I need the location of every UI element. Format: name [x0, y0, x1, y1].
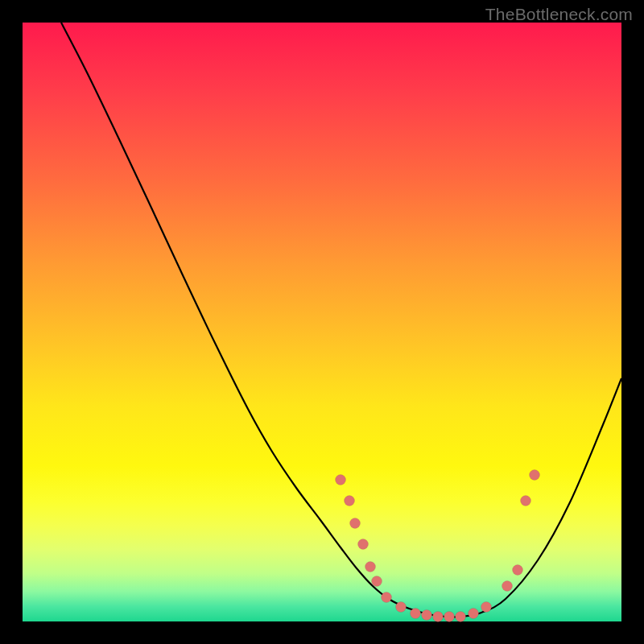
chart-container: TheBottleneck.com	[0, 0, 644, 644]
watermark-text: TheBottleneck.com	[485, 5, 633, 24]
data-point	[456, 612, 466, 622]
data-point	[350, 518, 361, 529]
data-point	[345, 496, 355, 506]
data-point	[530, 470, 540, 481]
data-point	[382, 592, 392, 603]
data-point	[358, 539, 369, 550]
data-point	[513, 565, 523, 576]
data-point	[422, 610, 432, 621]
data-point	[365, 562, 376, 572]
data-point	[396, 602, 407, 613]
chart-plot-area	[23, 23, 621, 621]
data-point	[411, 609, 421, 619]
data-point	[521, 496, 531, 506]
data-point	[469, 609, 479, 619]
data-point	[502, 581, 513, 592]
chart-svg	[23, 23, 621, 621]
data-point	[433, 612, 444, 622]
data-point	[336, 475, 346, 485]
data-point	[444, 612, 455, 622]
data-point	[481, 602, 492, 613]
bottleneck-curve	[61, 23, 621, 617]
data-points-group	[336, 470, 540, 622]
data-point	[372, 576, 382, 587]
